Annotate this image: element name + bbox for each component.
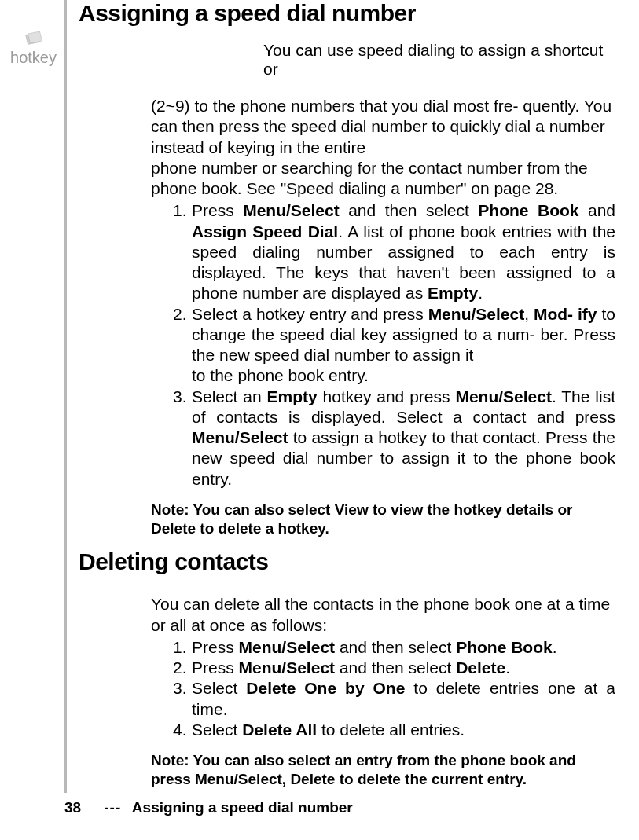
b: Mod- ify	[534, 305, 597, 323]
dstep-3: Select Delete One by One to delete entri…	[173, 678, 615, 720]
b: Menu/Select	[239, 658, 336, 677]
t: Select	[192, 721, 242, 739]
dstep-1: Press Menu/Select and then select Phone …	[173, 637, 615, 658]
intro-line: You can use speed dialing to assign a sh…	[263, 41, 615, 79]
para-1b: phone number or searching for the contac…	[151, 158, 615, 200]
note-assign: Note: You can also select View to view t…	[151, 501, 615, 538]
step-2: Select a hotkey entry and press Menu/Sel…	[173, 304, 615, 387]
t: and then select	[335, 638, 456, 656]
t: hotkey and press	[318, 387, 456, 405]
b: Menu/Select	[239, 638, 336, 656]
t: to the phone book entry.	[192, 365, 615, 386]
content: Assigning a speed dial number You can us…	[79, 0, 623, 789]
b: Empty	[428, 284, 478, 302]
step-3: Select an Empty hotkey and press Menu/Se…	[173, 387, 615, 490]
footer-sep: ---	[97, 799, 128, 816]
b: Menu/Select	[455, 387, 552, 405]
para-1a: (2~9) to the phone numbers that you dial…	[151, 96, 615, 158]
body-paragraph-1: (2~9) to the phone numbers that you dial…	[151, 96, 615, 199]
vertical-rule	[64, 0, 67, 793]
b: Delete	[456, 658, 505, 677]
margin-note: hotkey	[8, 30, 59, 67]
heading-assigning: Assigning a speed dial number	[79, 0, 615, 27]
b: Phone Book	[456, 638, 553, 656]
steps-assign: Press Menu/Select and then select Phone …	[151, 200, 615, 490]
svg-marker-1	[28, 31, 42, 43]
page-footer: 38 --- Assigning a speed dial number	[64, 799, 353, 816]
margin-label: hotkey	[8, 49, 59, 67]
t: and then select	[340, 201, 479, 219]
steps-delete: Press Menu/Select and then select Phone …	[151, 637, 615, 740]
t: Select an	[192, 387, 266, 405]
para-2: You can delete all the contacts in the p…	[151, 594, 615, 636]
t: .	[478, 284, 483, 302]
t: to delete all entries.	[317, 721, 465, 739]
b: Menu/Select	[192, 428, 288, 446]
step-1: Press Menu/Select and then select Phone …	[173, 200, 615, 303]
t: and then select	[335, 658, 456, 677]
b: Empty	[266, 387, 317, 405]
t: .	[505, 658, 510, 677]
b: Delete All	[242, 721, 317, 739]
b: Menu/Select	[243, 201, 340, 219]
b: Menu/Select	[428, 305, 525, 323]
t: Press	[192, 638, 239, 656]
note-delete: Note: You can also select an entry from …	[151, 751, 615, 789]
heading-deleting: Deleting contacts	[79, 548, 615, 575]
t: Press	[192, 658, 239, 677]
note-icon	[22, 30, 46, 47]
t: ,	[524, 305, 534, 323]
t: Select	[192, 679, 246, 697]
dstep-2: Press Menu/Select and then select Delete…	[173, 658, 615, 678]
body-paragraph-2: You can delete all the contacts in the p…	[151, 594, 615, 636]
page-number: 38	[64, 799, 93, 816]
b: Assign Speed Dial	[192, 222, 338, 240]
t: Select a hotkey entry and press	[192, 305, 428, 323]
footer-title: Assigning a speed dial number	[132, 799, 353, 816]
b: Phone Book	[478, 201, 578, 219]
t: and	[579, 201, 616, 219]
dstep-4: Select Delete All to delete all entries.	[173, 720, 615, 740]
b: Delete One by One	[246, 679, 405, 697]
t: .	[553, 638, 557, 656]
page: hotkey Assigning a speed dial number You…	[0, 0, 639, 840]
t: Press	[192, 201, 243, 219]
